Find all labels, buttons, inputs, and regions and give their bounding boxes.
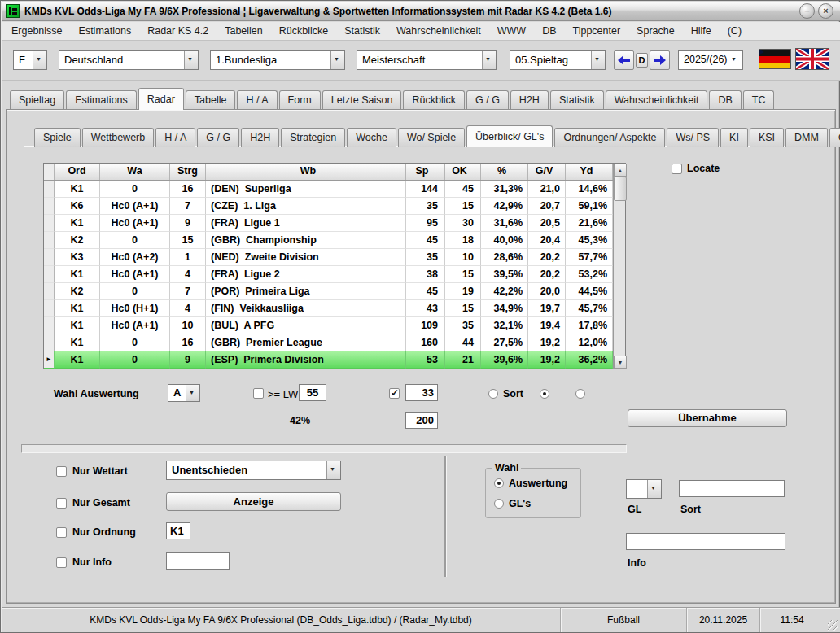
next-matchday-button[interactable] bbox=[650, 50, 670, 70]
minimize-icon[interactable]: – bbox=[799, 3, 815, 19]
column-header[interactable]: Sp bbox=[406, 164, 445, 180]
chevron-down-icon[interactable] bbox=[728, 51, 742, 69]
nur-info-checkbox[interactable] bbox=[56, 557, 67, 568]
nur-gesamt-checkbox[interactable] bbox=[56, 498, 67, 509]
table-row[interactable]: K1Hc0 (A+1)10(BUL) A PFG1093532,1%19,417… bbox=[44, 317, 613, 334]
info-input[interactable] bbox=[626, 533, 785, 550]
chevron-down-icon[interactable] bbox=[647, 480, 661, 498]
radar-tab[interactable]: KI bbox=[720, 128, 748, 147]
league-combobox[interactable]: 1.Bundesliga bbox=[210, 50, 345, 70]
menu-item[interactable]: Sprache bbox=[628, 22, 683, 40]
gl-combobox[interactable] bbox=[626, 479, 662, 499]
table-row[interactable]: K1016(DEN) Superliga1444531,3%21,014,6% bbox=[44, 181, 613, 198]
radar-tab[interactable]: Ws/ PS bbox=[667, 128, 719, 147]
scroll-up-icon[interactable]: ▲ bbox=[614, 164, 627, 177]
threshold-input[interactable] bbox=[405, 384, 438, 401]
radar-tab[interactable]: Wo/ Spiele bbox=[398, 128, 465, 147]
resize-grip[interactable] bbox=[828, 620, 838, 631]
main-tab[interactable]: Statistik bbox=[550, 90, 604, 110]
table-row[interactable]: K109(ESP) Primera Division532139,6%19,23… bbox=[44, 351, 613, 369]
column-header[interactable]: Wa bbox=[100, 164, 170, 180]
table-row[interactable]: K1Hc0 (A+1)9(FRA) Ligue 1953031,6%20,521… bbox=[44, 215, 613, 232]
sort-option2-radio[interactable] bbox=[540, 389, 549, 399]
locate-checkbox[interactable] bbox=[672, 164, 682, 174]
radar-tab[interactable]: Optionen bbox=[829, 128, 840, 147]
uebernahme-button[interactable]: Übernahme bbox=[628, 409, 787, 427]
column-header[interactable]: Yd bbox=[566, 164, 613, 180]
table-row[interactable]: K2015(GBR) Championship451840,0%20,445,3… bbox=[44, 232, 613, 249]
filter-combobox[interactable]: F bbox=[13, 50, 47, 70]
menu-item[interactable]: DB bbox=[534, 22, 564, 40]
main-tab[interactable]: Estimations bbox=[66, 90, 137, 110]
table-row[interactable]: K1Hc0 (H+1)4(FIN) Veikkausliiga431534,9%… bbox=[44, 300, 613, 317]
main-tab[interactable]: Radar bbox=[138, 88, 184, 110]
main-tab[interactable]: TC bbox=[743, 90, 775, 110]
radar-tab[interactable]: H / A bbox=[155, 128, 195, 147]
chevron-down-icon[interactable] bbox=[186, 385, 199, 401]
wettart-combobox[interactable]: Unentschieden bbox=[166, 461, 341, 480]
threshold-checkbox[interactable] bbox=[389, 388, 400, 399]
table-row[interactable]: K3Hc0 (A+2)1(NED) Zweite Division351028,… bbox=[44, 249, 613, 266]
table-row[interactable]: K1Hc0 (A+1)4(FRA) Ligue 2381539,5%20,253… bbox=[44, 266, 613, 283]
wahl-gls-radio[interactable] bbox=[494, 499, 504, 509]
close-icon[interactable]: × bbox=[818, 3, 833, 19]
main-tab[interactable]: H2H bbox=[510, 90, 549, 110]
table-scrollbar[interactable]: ▲ ▼ bbox=[613, 164, 625, 369]
scroll-down-icon[interactable]: ▼ bbox=[614, 356, 627, 369]
country-combobox[interactable]: Deutschland bbox=[59, 50, 199, 70]
chevron-down-icon[interactable] bbox=[33, 51, 46, 69]
nur-ordnung-checkbox[interactable] bbox=[56, 527, 67, 538]
menu-item[interactable]: (C) bbox=[720, 22, 750, 40]
menu-item[interactable]: Ergebnisse bbox=[3, 22, 71, 40]
radar-tab[interactable]: Spiele bbox=[34, 128, 81, 147]
main-tab[interactable]: H / A bbox=[237, 90, 277, 110]
menu-item[interactable]: Radar KS 4.2 bbox=[139, 22, 217, 40]
german-flag-icon[interactable] bbox=[759, 49, 791, 69]
previous-matchday-button[interactable] bbox=[614, 50, 634, 70]
main-tab[interactable]: Wahrscheinlichkeit bbox=[606, 90, 708, 110]
main-tab[interactable]: Form bbox=[279, 90, 321, 110]
sort-option3-radio[interactable] bbox=[575, 389, 585, 399]
radar-tab[interactable]: KSI bbox=[750, 128, 784, 147]
ordnung-input[interactable] bbox=[166, 522, 190, 539]
scrollbar-thumb[interactable] bbox=[614, 177, 627, 201]
main-tab[interactable]: Spieltag bbox=[10, 90, 64, 110]
matchday-combobox[interactable]: 05.Spieltag bbox=[510, 50, 606, 70]
uk-flag-icon[interactable] bbox=[795, 48, 829, 70]
column-header[interactable]: OK bbox=[445, 164, 481, 180]
chevron-down-icon[interactable] bbox=[591, 51, 605, 69]
info-filter-input[interactable] bbox=[166, 552, 230, 570]
table-row[interactable]: K1016(GBR) Premier League1604427,5%19,21… bbox=[44, 334, 613, 351]
menu-item[interactable]: Statistik bbox=[336, 22, 388, 40]
menu-item[interactable]: Hilfe bbox=[683, 22, 720, 40]
column-header[interactable]: Strg bbox=[170, 164, 206, 180]
sort-radio[interactable] bbox=[488, 389, 498, 399]
column-header[interactable]: G/V bbox=[528, 164, 566, 180]
radar-tab[interactable]: H2H bbox=[241, 128, 279, 147]
menu-item[interactable]: Rückblicke bbox=[271, 22, 336, 40]
chevron-down-icon[interactable] bbox=[330, 51, 344, 69]
chevron-down-icon[interactable] bbox=[326, 461, 340, 479]
mode-combobox[interactable]: Meisterschaft bbox=[357, 50, 497, 70]
table-row[interactable]: K207(POR) Primeira Liga451942,2%20,044,5… bbox=[44, 283, 613, 300]
season-combobox[interactable]: 2025/(26) bbox=[678, 50, 743, 70]
radar-tab[interactable]: Wettbewerb bbox=[82, 128, 154, 147]
radar-tab[interactable]: DMM bbox=[785, 128, 828, 147]
table-row[interactable]: K6Hc0 (A+1)7(CZE) 1. Liga351542,9%20,759… bbox=[44, 198, 613, 215]
nur-wettart-checkbox[interactable] bbox=[56, 466, 67, 477]
column-header[interactable]: Ord bbox=[55, 164, 100, 180]
column-header[interactable]: % bbox=[481, 164, 528, 180]
chevron-down-icon[interactable] bbox=[184, 51, 198, 69]
menu-item[interactable]: Tabellen bbox=[217, 22, 271, 40]
main-tab[interactable]: Rückblick bbox=[403, 90, 465, 110]
menu-item[interactable]: Tippcenter bbox=[565, 22, 629, 40]
limit-input[interactable] bbox=[405, 412, 438, 429]
radar-tab[interactable]: G / G bbox=[197, 128, 239, 147]
sort-input[interactable] bbox=[679, 480, 785, 497]
nav-d-button[interactable]: D bbox=[636, 53, 648, 68]
anzeige-button[interactable]: Anzeige bbox=[166, 492, 341, 511]
main-tab[interactable]: G / G bbox=[466, 90, 509, 110]
radar-tab[interactable]: Überblick/ GL's bbox=[466, 125, 553, 147]
menu-item[interactable]: Estimations bbox=[71, 22, 140, 40]
radar-tab[interactable]: Ordnungen/ Aspekte bbox=[554, 128, 665, 147]
